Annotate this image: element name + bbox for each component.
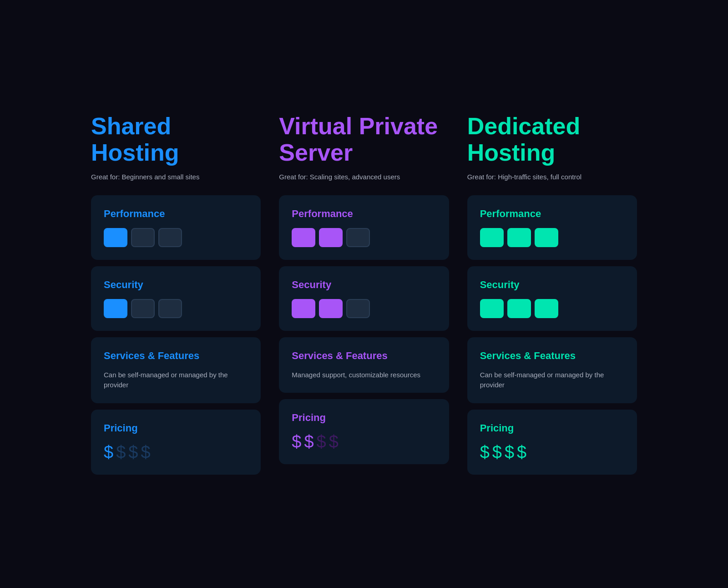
page-container: Shared HostingGreat for: Beginners and s… — [91, 113, 637, 474]
vps-pricing-title: Pricing — [292, 412, 436, 424]
vps-security-rating — [292, 299, 436, 318]
dollar-sign-3: $ — [128, 442, 138, 462]
vps-card-services: Services & FeaturesManaged support, cust… — [279, 337, 449, 393]
rating-block-1 — [104, 228, 127, 247]
rating-block-3 — [535, 228, 558, 247]
dollar-sign-4: $ — [329, 432, 339, 451]
shared-header: Shared HostingGreat for: Beginners and s… — [91, 113, 261, 180]
rating-block-3 — [346, 228, 370, 247]
shared-security-rating — [104, 299, 248, 318]
dedicated-card-security: Security — [467, 266, 637, 331]
vps-title: Virtual Private Server — [279, 113, 449, 165]
dedicated-subtitle: Great for: High-traffic sites, full cont… — [467, 173, 637, 181]
dedicated-pricing-title: Pricing — [480, 422, 624, 434]
dollar-sign-2: $ — [492, 442, 502, 462]
dedicated-card-pricing: Pricing$$$$ — [467, 410, 637, 475]
dollar-sign-1: $ — [292, 432, 301, 451]
rating-block-2 — [319, 299, 343, 318]
column-dedicated: Dedicated HostingGreat for: High-traffic… — [467, 113, 637, 474]
vps-subtitle: Great for: Scaling sites, advanced users — [279, 173, 449, 181]
rating-block-2 — [507, 299, 531, 318]
shared-services-title: Services & Features — [104, 350, 248, 362]
vps-performance-title: Performance — [292, 208, 436, 220]
rating-block-3 — [535, 299, 558, 318]
dedicated-header: Dedicated HostingGreat for: High-traffic… — [467, 113, 637, 180]
vps-services-text: Managed support, customizable resources — [292, 370, 436, 380]
dedicated-card-services: Services & FeaturesCan be self-managed o… — [467, 337, 637, 403]
rating-block-2 — [131, 228, 155, 247]
rating-block-3 — [346, 299, 370, 318]
dollar-sign-4: $ — [141, 442, 150, 462]
dollar-sign-4: $ — [517, 442, 526, 462]
dollar-sign-2: $ — [116, 442, 126, 462]
vps-pricing-display: $$$$ — [292, 432, 436, 451]
shared-services-text: Can be self-managed or managed by the pr… — [104, 370, 248, 390]
shared-pricing-display: $$$$ — [104, 442, 248, 462]
dedicated-security-rating — [480, 299, 624, 318]
vps-header: Virtual Private ServerGreat for: Scaling… — [279, 113, 449, 180]
shared-cards: PerformanceSecurityServices & FeaturesCa… — [91, 195, 261, 475]
shared-security-title: Security — [104, 279, 248, 291]
vps-performance-rating — [292, 228, 436, 247]
column-vps: Virtual Private ServerGreat for: Scaling… — [279, 113, 449, 474]
vps-cards: PerformanceSecurityServices & FeaturesMa… — [279, 195, 449, 465]
dollar-sign-3: $ — [317, 432, 326, 451]
shared-subtitle: Great for: Beginners and small sites — [91, 173, 261, 181]
rating-block-1 — [480, 299, 504, 318]
vps-card-security: Security — [279, 266, 449, 331]
shared-performance-rating — [104, 228, 248, 247]
rating-block-3 — [158, 228, 182, 247]
dedicated-performance-title: Performance — [480, 208, 624, 220]
dedicated-security-title: Security — [480, 279, 624, 291]
shared-card-security: Security — [91, 266, 261, 331]
dedicated-services-title: Services & Features — [480, 350, 624, 362]
shared-pricing-title: Pricing — [104, 422, 248, 434]
rating-block-2 — [319, 228, 343, 247]
dedicated-cards: PerformanceSecurityServices & FeaturesCa… — [467, 195, 637, 475]
dollar-sign-2: $ — [304, 432, 313, 451]
dedicated-pricing-display: $$$$ — [480, 442, 624, 462]
vps-card-performance: Performance — [279, 195, 449, 260]
rating-block-2 — [131, 299, 155, 318]
rating-block-1 — [104, 299, 127, 318]
shared-card-performance: Performance — [91, 195, 261, 260]
rating-block-1 — [292, 228, 315, 247]
dollar-sign-3: $ — [505, 442, 514, 462]
dedicated-performance-rating — [480, 228, 624, 247]
dedicated-card-performance: Performance — [467, 195, 637, 260]
vps-services-title: Services & Features — [292, 350, 436, 362]
shared-performance-title: Performance — [104, 208, 248, 220]
shared-title: Shared Hosting — [91, 113, 261, 165]
shared-card-pricing: Pricing$$$$ — [91, 410, 261, 475]
columns-grid: Shared HostingGreat for: Beginners and s… — [91, 113, 637, 474]
rating-block-1 — [480, 228, 504, 247]
vps-security-title: Security — [292, 279, 436, 291]
shared-card-services: Services & FeaturesCan be self-managed o… — [91, 337, 261, 403]
dollar-sign-1: $ — [480, 442, 490, 462]
rating-block-3 — [158, 299, 182, 318]
rating-block-1 — [292, 299, 315, 318]
dedicated-title: Dedicated Hosting — [467, 113, 637, 165]
column-shared: Shared HostingGreat for: Beginners and s… — [91, 113, 261, 474]
dollar-sign-1: $ — [104, 442, 113, 462]
rating-block-2 — [507, 228, 531, 247]
vps-card-pricing: Pricing$$$$ — [279, 399, 449, 464]
dedicated-services-text: Can be self-managed or managed by the pr… — [480, 370, 624, 390]
